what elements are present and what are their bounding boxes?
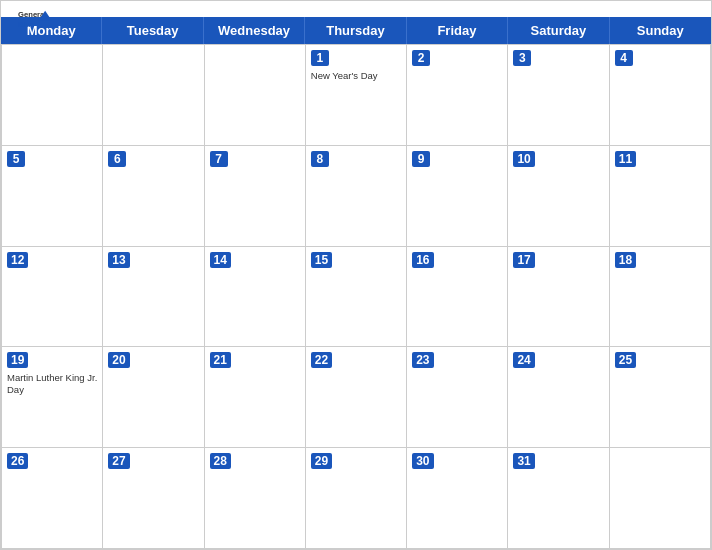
- holiday-label: New Year's Day: [311, 70, 401, 81]
- day-number: 24: [513, 352, 534, 368]
- day-number: 22: [311, 352, 332, 368]
- day-cell: 27: [103, 448, 204, 549]
- day-header-friday: Friday: [407, 17, 508, 44]
- day-number: 5: [7, 151, 25, 167]
- day-number: 25: [615, 352, 636, 368]
- day-cell: 6: [103, 146, 204, 247]
- day-header-wednesday: Wednesday: [204, 17, 305, 44]
- svg-text:Blue: Blue: [18, 20, 35, 29]
- calendar-grid: 1New Year's Day2345678910111213141516171…: [1, 44, 711, 549]
- day-number: 20: [108, 352, 129, 368]
- day-number: 28: [210, 453, 231, 469]
- day-cell: [205, 45, 306, 146]
- day-number: 13: [108, 252, 129, 268]
- day-cell: 24: [508, 347, 609, 448]
- day-number: 16: [412, 252, 433, 268]
- day-number: 4: [615, 50, 633, 66]
- day-cell: [610, 448, 711, 549]
- day-number: 29: [311, 453, 332, 469]
- day-number: 8: [311, 151, 329, 167]
- day-number: 15: [311, 252, 332, 268]
- day-header-saturday: Saturday: [508, 17, 609, 44]
- day-cell: 12: [2, 247, 103, 348]
- day-number: 10: [513, 151, 534, 167]
- day-cell: 5: [2, 146, 103, 247]
- logo: General Blue: [17, 9, 53, 31]
- day-cell: 29: [306, 448, 407, 549]
- day-cell: 4: [610, 45, 711, 146]
- day-cell: 14: [205, 247, 306, 348]
- day-cell: 18: [610, 247, 711, 348]
- day-header-sunday: Sunday: [610, 17, 711, 44]
- day-headers-row: MondayTuesdayWednesdayThursdayFridaySatu…: [1, 17, 711, 44]
- day-cell: 8: [306, 146, 407, 247]
- day-cell: 30: [407, 448, 508, 549]
- day-cell: 20: [103, 347, 204, 448]
- day-number: 18: [615, 252, 636, 268]
- day-cell: 26: [2, 448, 103, 549]
- day-number: 21: [210, 352, 231, 368]
- day-cell: 16: [407, 247, 508, 348]
- day-number: 1: [311, 50, 329, 66]
- day-cell: 11: [610, 146, 711, 247]
- calendar-header: General Blue: [1, 1, 711, 17]
- day-number: 7: [210, 151, 228, 167]
- day-number: 12: [7, 252, 28, 268]
- day-number: 26: [7, 453, 28, 469]
- day-cell: 10: [508, 146, 609, 247]
- day-cell: 23: [407, 347, 508, 448]
- day-cell: 1New Year's Day: [306, 45, 407, 146]
- day-number: 3: [513, 50, 531, 66]
- day-cell: 25: [610, 347, 711, 448]
- day-number: 30: [412, 453, 433, 469]
- day-cell: [103, 45, 204, 146]
- day-number: 17: [513, 252, 534, 268]
- holiday-label: Martin Luther King Jr. Day: [7, 372, 97, 395]
- day-number: 6: [108, 151, 126, 167]
- day-number: 11: [615, 151, 636, 167]
- day-number: 2: [412, 50, 430, 66]
- day-cell: 9: [407, 146, 508, 247]
- day-cell: 3: [508, 45, 609, 146]
- calendar-container: General Blue MondayTuesdayWednesdayThurs…: [0, 0, 712, 550]
- day-cell: 31: [508, 448, 609, 549]
- day-cell: [2, 45, 103, 146]
- day-cell: 21: [205, 347, 306, 448]
- day-cell: 2: [407, 45, 508, 146]
- day-cell: 22: [306, 347, 407, 448]
- day-number: 23: [412, 352, 433, 368]
- day-number: 14: [210, 252, 231, 268]
- day-cell: 15: [306, 247, 407, 348]
- day-cell: 19Martin Luther King Jr. Day: [2, 347, 103, 448]
- day-cell: 17: [508, 247, 609, 348]
- logo-icon: General Blue: [17, 9, 53, 31]
- day-number: 31: [513, 453, 534, 469]
- day-cell: 28: [205, 448, 306, 549]
- day-number: 27: [108, 453, 129, 469]
- day-number: 19: [7, 352, 28, 368]
- day-header-tuesday: Tuesday: [102, 17, 203, 44]
- day-cell: 7: [205, 146, 306, 247]
- day-header-thursday: Thursday: [305, 17, 406, 44]
- day-cell: 13: [103, 247, 204, 348]
- day-number: 9: [412, 151, 430, 167]
